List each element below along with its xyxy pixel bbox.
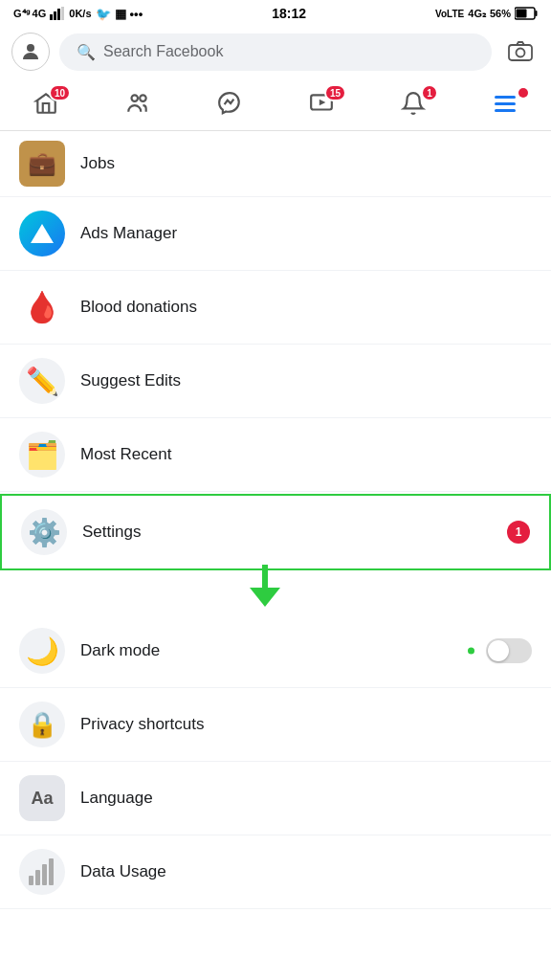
svg-rect-20 [49, 858, 54, 885]
arrow-annotation [250, 565, 280, 611]
svg-marker-16 [250, 588, 280, 607]
status-right: VoLTE 4G₂ 56% [435, 7, 538, 20]
menu-item-privacy-shortcuts[interactable]: 🔒 Privacy shortcuts [0, 688, 551, 762]
suggest-edits-label: Suggest Edits [80, 371, 181, 390]
blood-donations-icon: 🩸 [19, 284, 65, 330]
data-usage-icon [19, 849, 65, 895]
camera-button[interactable] [501, 33, 540, 71]
language-label: Language [80, 789, 153, 808]
tab-notifications[interactable]: 1 [385, 82, 442, 124]
svg-marker-13 [320, 100, 326, 106]
dark-mode-label: Dark mode [80, 641, 160, 660]
battery-icon [515, 7, 538, 20]
dark-mode-icon: 🌙 [19, 628, 65, 674]
status-left: G⁴ᵍ 4G 0K/s 🐦 ▦ ••• [13, 7, 143, 21]
jobs-label: Jobs [80, 154, 115, 173]
language-icon: Aa [19, 775, 65, 821]
watch-badge: 15 [324, 84, 346, 101]
menu-item-ads-manager[interactable]: Ads Manager [0, 197, 551, 271]
menu-badge-dot [518, 88, 528, 98]
status-time: 18:12 [272, 6, 306, 21]
tab-messenger[interactable] [201, 82, 258, 124]
search-placeholder: Search Facebook [103, 43, 223, 60]
settings-label: Settings [82, 523, 141, 542]
settings-badge: 1 [507, 521, 530, 544]
search-icon: 🔍 [77, 43, 96, 61]
jobs-icon: 💼 [19, 141, 65, 187]
tab-friends[interactable] [109, 82, 166, 124]
status-bar: G⁴ᵍ 4G 0K/s 🐦 ▦ ••• 18:12 VoLTE 4G₂ 56% [0, 0, 551, 25]
menu-item-data-usage[interactable]: Data Usage [0, 835, 551, 909]
svg-point-11 [140, 95, 146, 101]
sim-icon: ▦ [115, 7, 126, 21]
4g2-text: 4G₂ [468, 8, 486, 20]
menu-item-language[interactable]: Aa Language [0, 762, 551, 835]
twitter-icon: 🐦 [96, 7, 111, 21]
data-usage-label: Data Usage [80, 862, 166, 881]
dark-mode-toggle[interactable] [486, 638, 532, 663]
svg-point-10 [132, 95, 139, 101]
volte-text: VoLTE [435, 9, 464, 19]
signal-bars-icon [50, 7, 65, 20]
tab-watch[interactable]: 15 [293, 82, 350, 124]
ads-manager-label: Ads Manager [80, 224, 177, 243]
suggest-edits-icon: ✏️ [19, 358, 65, 404]
svg-rect-1 [54, 11, 56, 20]
dots-icon: ••• [130, 7, 143, 21]
blood-donations-label: Blood donations [80, 298, 197, 317]
most-recent-label: Most Recent [80, 445, 171, 464]
most-recent-icon: 🗂️ [19, 432, 65, 478]
settings-icon: ⚙️ [21, 509, 67, 555]
nav-tabs: 10 15 1 [0, 78, 551, 131]
svg-point-7 [27, 44, 34, 52]
svg-rect-3 [61, 7, 64, 20]
svg-rect-19 [42, 864, 47, 885]
svg-rect-17 [29, 876, 33, 885]
svg-rect-18 [35, 870, 40, 885]
top-nav: 🔍 Search Facebook [0, 25, 551, 78]
svg-rect-0 [50, 14, 53, 20]
search-bar[interactable]: 🔍 Search Facebook [59, 33, 492, 71]
svg-rect-5 [535, 11, 537, 16]
privacy-shortcuts-label: Privacy shortcuts [80, 715, 204, 734]
menu-icon [495, 96, 516, 112]
menu-item-settings[interactable]: ⚙️ Settings 1 [0, 494, 551, 570]
privacy-shortcuts-icon: 🔒 [19, 702, 65, 747]
svg-rect-2 [57, 9, 60, 20]
menu-item-suggest-edits[interactable]: ✏️ Suggest Edits [0, 345, 551, 418]
signal-text: G⁴ᵍ 4G [13, 8, 46, 20]
tab-home[interactable]: 10 [17, 82, 75, 124]
svg-point-9 [517, 49, 525, 57]
speed-text: 0K/s [69, 8, 91, 19]
menu-item-dark-mode[interactable]: 🌙 Dark mode [0, 614, 551, 688]
notifications-badge: 1 [421, 84, 438, 101]
profile-avatar[interactable] [11, 33, 50, 71]
battery-percent: 56% [490, 8, 511, 19]
menu-item-jobs[interactable]: 💼 Jobs [0, 131, 551, 197]
home-badge: 10 [49, 84, 71, 101]
menu-list: 💼 Jobs Ads Manager 🩸 Blood donations ✏️ … [0, 131, 551, 909]
svg-rect-8 [509, 45, 532, 60]
svg-marker-14 [31, 224, 54, 243]
menu-item-most-recent[interactable]: 🗂️ Most Recent [0, 418, 551, 492]
green-dot [468, 648, 474, 655]
svg-rect-6 [516, 10, 526, 18]
menu-item-blood-donations[interactable]: 🩸 Blood donations [0, 271, 551, 345]
tab-menu[interactable] [476, 82, 534, 124]
ads-manager-icon [19, 211, 65, 256]
